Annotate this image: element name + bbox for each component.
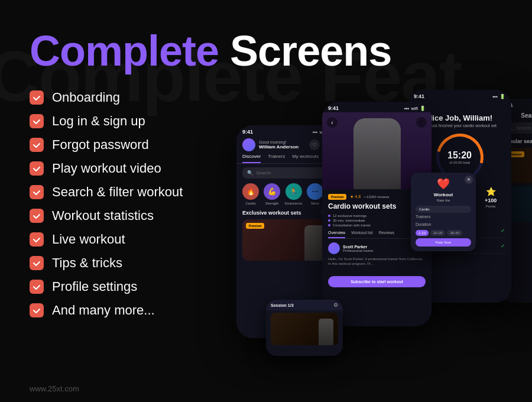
check-icon (30, 138, 44, 152)
tab-reviews[interactable]: Reviews (379, 231, 394, 238)
workout-card[interactable]: Premium (242, 219, 334, 261)
greeting-block: Good morning! William Anderson (259, 140, 299, 150)
check-icon (30, 232, 44, 247)
search-placeholder-4: Search (516, 125, 531, 131)
pill-10-20[interactable]: 10-20 (430, 230, 445, 236)
status-time-2: 9:41 (328, 105, 339, 111)
session-bar: Session 1/3 ⚙ (266, 300, 343, 310)
rate-now-button[interactable]: Rate Now (416, 238, 471, 247)
tab-trainers[interactable]: Trainers (268, 154, 285, 163)
category-more[interactable]: ⋯ More (307, 183, 323, 205)
status-icons-2: ▪▪▪ wifi 🔋 (404, 106, 426, 111)
battery-icon-3: 🔋 (499, 94, 505, 99)
check-icon (30, 303, 44, 317)
signal-icon: ▪▪▪ (313, 129, 318, 135)
category-cardio[interactable]: 🔥 Cardio (242, 183, 259, 205)
check-icon (30, 161, 44, 176)
status-time: 9:41 (242, 129, 253, 135)
search-placeholder: Search (256, 170, 271, 176)
wifi-icon-2: wifi (411, 106, 418, 111)
list-item: Search & filter workout (30, 184, 231, 200)
feature-label: Play workout video (52, 161, 161, 176)
greeting-name: William Anderson (259, 144, 299, 150)
search-icon: 🔍 (247, 170, 253, 176)
premium-badge-2: Premium (328, 194, 346, 200)
status-bar-2: 9:41 ▪▪▪ wifi 🔋 (322, 102, 432, 112)
session-gear-icon[interactable]: ⚙ (333, 302, 338, 308)
meta-duration-text: 30 min, Intermediate (333, 219, 365, 222)
close-button[interactable]: ✕ (465, 176, 473, 184)
feature-label: Tips & tricks (52, 255, 122, 271)
rate-options: Cardio Trainers Duration 1-10 10-20 30-4… (416, 206, 471, 236)
check-icon (30, 185, 44, 199)
content-area: Onboarding Log in & sign up Forgot passw… (0, 72, 532, 326)
list-item: Profile settings (30, 279, 231, 294)
back-button[interactable]: ‹ (327, 117, 338, 128)
cardio-label: Cardio (245, 202, 256, 205)
category-strength[interactable]: 💪 Strength (264, 183, 280, 205)
endurance-label: Endurance (285, 202, 302, 205)
section-title: Exclusive workout sets (242, 210, 301, 216)
session-label: Session 1/3 (271, 303, 294, 307)
list-item: Log in & sign up (30, 114, 231, 129)
check-icon (30, 114, 44, 128)
strength-label: Strength (265, 202, 279, 205)
list-item: Onboarding (30, 90, 231, 105)
title-purple: Complete (30, 27, 219, 74)
pill-1-10[interactable]: 1-10 (416, 230, 429, 236)
heart-icon[interactable]: ♡ (309, 140, 320, 150)
check-icon (30, 256, 44, 270)
pill-30-40[interactable]: 30-40 (447, 230, 462, 236)
phones-display: 9:41 ▪▪▪ wifi 🔋 Good morning! William An… (236, 66, 532, 350)
trainer-info: Scott Parker Professional trainer (343, 245, 374, 252)
tab-workout-list[interactable]: Workout list (351, 231, 372, 238)
review-count: • 12000 reviews (364, 195, 389, 199)
category-endurance[interactable]: 🏃 Endurance (285, 183, 302, 205)
check-icon-1: ✓ (501, 228, 505, 234)
meta-consultation-text: Consultation with trainer (333, 223, 371, 227)
duration-label: Duration (416, 222, 471, 226)
signal-icon-3: ▪▪▪ (492, 94, 498, 99)
tab-discover[interactable]: Discover (242, 154, 261, 163)
session-figure (319, 319, 333, 345)
feature-label: And many more... (52, 303, 155, 318)
favorite-button[interactable]: ♡ (416, 117, 427, 128)
feature-label: Search & filter workout (52, 184, 183, 200)
tab-my-workouts[interactable]: My workouts (292, 154, 319, 163)
premium-badge: Premium (246, 223, 264, 229)
trainer-role: Professional trainer (343, 249, 374, 252)
list-item: Play workout video (30, 161, 231, 176)
more-icon: ⋯ (307, 183, 323, 200)
duration-pills: 1-10 10-20 30-40 (416, 230, 471, 236)
points-value: +100 (485, 197, 497, 203)
rate-card-subtitle: Rate the (416, 199, 471, 202)
trainer-name: Scott Parker (343, 245, 374, 249)
check-icon (30, 209, 44, 223)
meta-dot (328, 215, 330, 217)
avatar (242, 138, 255, 151)
feature-label: Forgot password (52, 137, 149, 153)
session-card: Session 1/3 ⚙ (266, 300, 343, 356)
workout-card-image: Premium (242, 219, 334, 261)
meta-trainings-text: 12 exclusive trainings (333, 214, 366, 218)
tab-overview[interactable]: Overview (328, 231, 345, 238)
session-body (266, 310, 343, 348)
rate-option-cardio[interactable]: Cardio (416, 206, 471, 213)
meta-dot-3 (328, 224, 330, 226)
signal-icon-2: ▪▪▪ (404, 106, 410, 111)
feature-label: Log in & sign up (52, 114, 145, 129)
status-bar-3: 9:41 ▪▪▪ 🔋 (408, 90, 511, 100)
avatar-row: Good morning! William Anderson (242, 138, 299, 151)
subscribe-button[interactable]: Subscribe to start workout (328, 276, 426, 287)
status-time-3: 9:41 (414, 93, 424, 99)
search-bar[interactable]: 🔍 Search (242, 167, 334, 179)
battery-icon-2: 🔋 (420, 106, 426, 111)
points-label: Points (486, 205, 496, 208)
list-item: And many more... (30, 303, 231, 318)
strength-icon: 💪 (264, 183, 280, 200)
search-title: Search Workouts (521, 112, 532, 119)
trainer-avatar (328, 242, 340, 254)
features-list: Onboarding Log in & sign up Forgot passw… (30, 90, 231, 326)
greeting-text: Good morning! (259, 140, 299, 144)
trainer-label: Trainers (416, 215, 471, 219)
